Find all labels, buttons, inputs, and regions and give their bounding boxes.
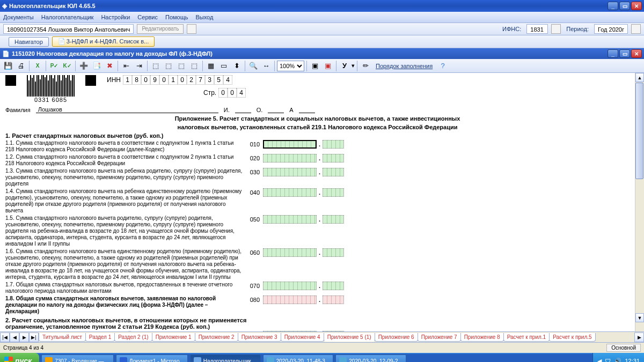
- field-040-kop[interactable]: [323, 188, 344, 197]
- options-button[interactable]: [187, 24, 196, 34]
- excel-icon[interactable]: X: [32, 60, 43, 72]
- replace-icon[interactable]: ↔: [260, 60, 272, 72]
- sort-icon[interactable]: ⬍: [231, 60, 243, 72]
- field-050-kop[interactable]: [323, 215, 344, 224]
- field-050-rub[interactable]: [263, 215, 317, 224]
- i-field[interactable]: [235, 113, 251, 113]
- tab-section-2[interactable]: Раздел 2 (1): [114, 333, 152, 342]
- field-030-kop[interactable]: [323, 168, 344, 176]
- grid-icon[interactable]: ▦: [205, 60, 217, 72]
- menu-taxpayer[interactable]: Налогоплательщик: [41, 14, 94, 20]
- search-icon[interactable]: 🔍: [247, 60, 259, 72]
- field-080-rub[interactable]: [263, 295, 317, 304]
- a-field[interactable]: [299, 113, 315, 113]
- field-060-kop[interactable]: [323, 248, 344, 257]
- tab-appendix-8[interactable]: Приложение 8: [460, 333, 504, 342]
- hscroll-right-icon[interactable]: ▶: [634, 333, 644, 342]
- check-k-icon[interactable]: K✓: [61, 60, 73, 72]
- tab-appendix-2[interactable]: Приложение 2: [195, 333, 238, 342]
- save-icon[interactable]: 💾: [2, 60, 14, 72]
- task-taxpayer[interactable]: Налогоплательщик ...: [190, 354, 261, 362]
- task-img1[interactable]: 2020-03-20_11-48-3...: [263, 354, 334, 362]
- tool-icon-3[interactable]: ⇤: [120, 60, 132, 72]
- task-word[interactable]: Документ1 - Microso...: [116, 354, 188, 362]
- start-button[interactable]: пуск: [0, 353, 39, 362]
- check-p-icon[interactable]: P✓: [48, 60, 60, 72]
- scroll-down-arrow[interactable]: ▼: [635, 313, 644, 322]
- tool-icon-2[interactable]: 📑: [91, 60, 103, 72]
- navigator-button[interactable]: Навигатор: [9, 37, 49, 47]
- tray-icon-2[interactable]: 🛡: [605, 358, 611, 362]
- menu-settings[interactable]: Настройки: [101, 14, 130, 20]
- close-button[interactable]: ✕: [631, 2, 642, 10]
- print-icon[interactable]: 🖨: [15, 60, 27, 72]
- field-090-rub[interactable]: [263, 331, 317, 331]
- tool-icon-4[interactable]: ⇥: [133, 60, 145, 72]
- tab-appendix-5[interactable]: Приложение 5 (1): [324, 333, 375, 342]
- tool-icon-1[interactable]: ➕: [78, 60, 90, 72]
- tool-icon-6[interactable]: ⬚: [163, 60, 174, 72]
- field-060-rub[interactable]: [263, 248, 317, 257]
- field-010-rub[interactable]: [263, 140, 317, 149]
- tool-icon-7[interactable]: ⬚: [175, 60, 187, 72]
- tab-first-button[interactable]: |◀: [0, 333, 10, 342]
- vertical-scrollbar[interactable]: ▲ ▼: [635, 73, 644, 331]
- field-070-kop[interactable]: [323, 282, 344, 290]
- tab-appendix-3[interactable]: Приложение 3: [238, 333, 281, 342]
- tab-calc-1[interactable]: Расчет к прил.1: [503, 333, 550, 342]
- restore-button[interactable]: ▭: [619, 2, 630, 10]
- task-outlook[interactable]: 7307 - Входящие — ...: [41, 354, 113, 362]
- scroll-up-arrow[interactable]: ▲: [635, 73, 644, 82]
- field-020-rub[interactable]: [263, 154, 317, 162]
- menu-exit[interactable]: Выход: [196, 14, 214, 20]
- tray-icon-3[interactable]: 🔊: [614, 358, 621, 363]
- scroll-thumb[interactable]: [635, 83, 643, 179]
- delete-icon[interactable]: ✖: [104, 60, 115, 72]
- field-080-kop[interactable]: [323, 295, 344, 304]
- fill-order-link[interactable]: Порядок заполнения: [376, 63, 433, 69]
- tool-icon-10[interactable]: ▣: [322, 60, 334, 72]
- field-040-rub[interactable]: [263, 188, 317, 197]
- tab-appendix-1[interactable]: Приложение 1: [152, 333, 195, 342]
- minimize-button[interactable]: _: [608, 2, 618, 10]
- tab-last-button[interactable]: ▶|: [29, 333, 39, 342]
- tab-calc-5[interactable]: Расчет к прил.5: [549, 333, 595, 342]
- tray-icon-1[interactable]: ◀: [597, 358, 602, 363]
- field-030-rub[interactable]: [263, 168, 317, 176]
- task-img2[interactable]: 2020-03-20_12-09-2...: [335, 354, 406, 362]
- inner-restore-button[interactable]: ▭: [619, 49, 630, 58]
- tab-title-sheet[interactable]: Титульный лист: [39, 333, 86, 342]
- row-1-5-text: 1.5. Сумма стандартного налогового вычет…: [5, 215, 247, 247]
- surname-field[interactable]: Лошаков: [36, 106, 218, 113]
- field-020-kop[interactable]: [323, 154, 344, 162]
- o-field[interactable]: [268, 113, 284, 113]
- tab-appendix-7[interactable]: Приложение 7: [418, 333, 461, 342]
- tool-icon-9[interactable]: ▣: [309, 60, 321, 72]
- ifns-picker-button[interactable]: [551, 24, 561, 34]
- inner-close-button[interactable]: ✕: [631, 49, 642, 58]
- tab-section-1[interactable]: Раздел 1: [85, 333, 115, 342]
- inner-minimize-button[interactable]: _: [608, 49, 618, 58]
- tab-prev-button[interactable]: ◀: [10, 333, 19, 342]
- field-090-kop[interactable]: [323, 331, 344, 331]
- edit-button[interactable]: Редактировать: [137, 24, 184, 34]
- menu-documents[interactable]: Документы: [3, 14, 34, 20]
- wand-icon[interactable]: ✏: [360, 60, 371, 72]
- clock[interactable]: 12:31: [625, 358, 640, 362]
- period-picker-button[interactable]: [631, 24, 641, 34]
- field-010-kop[interactable]: [323, 140, 344, 149]
- tool-icon-5[interactable]: ⬚: [150, 60, 162, 72]
- field-070-rub[interactable]: [263, 282, 317, 290]
- tab-appendix-6[interactable]: Приложение 6: [375, 333, 418, 342]
- tab-appendix-4[interactable]: Приложение 4: [281, 333, 324, 342]
- document-tab-button[interactable]: 📄3-НДФЛ и 4-НДФЛ. Список в...: [52, 36, 155, 47]
- y-button[interactable]: У: [339, 60, 350, 72]
- menu-help[interactable]: Помощь: [165, 14, 188, 20]
- help-icon[interactable]: ?: [437, 60, 449, 72]
- tool-icon-8[interactable]: ⬚: [188, 60, 200, 72]
- menu-service[interactable]: Сервис: [137, 14, 158, 20]
- tab-next-button[interactable]: ▶: [19, 333, 29, 342]
- zoom-select[interactable]: 100%: [277, 61, 304, 71]
- system-tray: ◀ 🛡 🔊 12:31: [592, 353, 644, 362]
- form-icon[interactable]: ▭: [218, 60, 230, 72]
